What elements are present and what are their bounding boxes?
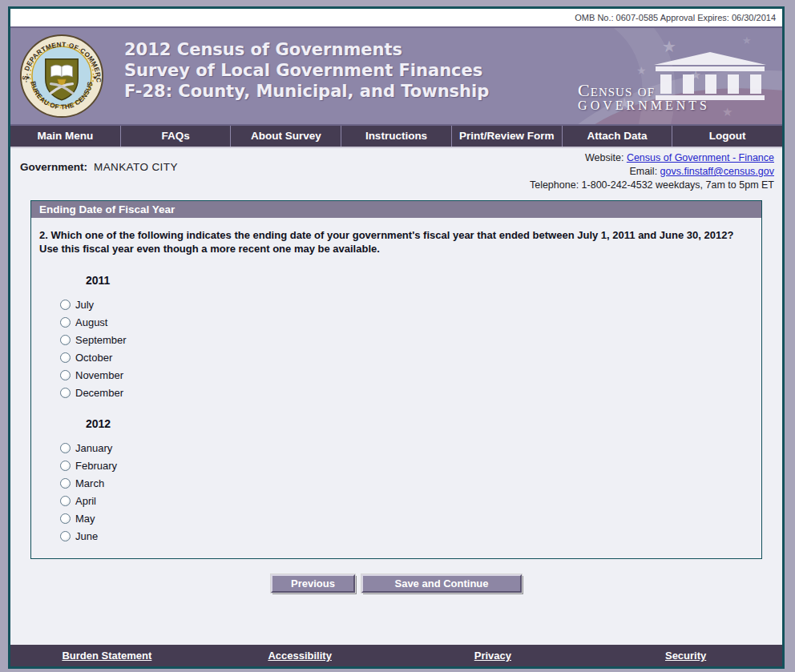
footer-link-privacy[interactable]: Privacy — [397, 650, 590, 662]
nav-item-print-review-form[interactable]: Print/Review Form — [452, 126, 563, 147]
header-titles: 2012 Census of Governments Survey of Loc… — [124, 39, 489, 102]
nav-item-logout[interactable]: Logout — [672, 126, 782, 147]
month-label: December — [75, 387, 123, 399]
month-label: April — [75, 495, 96, 507]
footer-bar: Burden StatementAccessibilityPrivacySecu… — [10, 645, 782, 666]
month-label: May — [75, 513, 95, 525]
previous-button[interactable]: Previous — [271, 574, 355, 593]
header-title-line1: 2012 Census of Governments — [124, 39, 489, 60]
month-option-march-2012[interactable]: March — [60, 477, 761, 489]
omb-text: OMB No.: 0607-0585 Approval Expires: 06/… — [575, 13, 776, 22]
svg-text:★: ★ — [93, 74, 98, 80]
month-label: February — [75, 460, 117, 472]
month-option-january-2012[interactable]: January — [60, 442, 761, 454]
month-groups: 2011JulyAugustSeptemberOctoberNovemberDe… — [31, 274, 761, 542]
month-list-2011: JulyAugustSeptemberOctoberNovemberDecemb… — [31, 299, 761, 399]
header-title-line2: Survey of Local Government Finances — [124, 60, 489, 81]
month-option-july-2011[interactable]: July — [60, 299, 761, 311]
year-heading-2012: 2012 — [86, 417, 761, 430]
radio-may-2012[interactable] — [60, 513, 71, 524]
content-box: Ending Date of Fiscal Year 2. Which one … — [30, 200, 762, 559]
radio-april-2012[interactable] — [60, 496, 71, 506]
month-label: July — [75, 299, 94, 311]
website-label: Website: — [585, 152, 627, 163]
month-label: March — [75, 477, 104, 489]
month-option-may-2012[interactable]: May — [60, 513, 761, 525]
month-option-april-2012[interactable]: April — [60, 495, 761, 507]
radio-january-2012[interactable] — [60, 443, 71, 453]
telephone-line: Telephone: 1-800-242-4532 weekdays, 7am … — [530, 179, 774, 192]
footer-link-accessibility[interactable]: Accessibility — [204, 650, 397, 662]
email-link[interactable]: govs.finstaff@census.gov — [660, 166, 774, 177]
month-option-august-2011[interactable]: August — [60, 316, 761, 328]
month-option-november-2011[interactable]: November — [60, 369, 761, 381]
footer-link-security[interactable]: Security — [589, 650, 782, 662]
website-line: Website: Census of Government - Finance — [530, 151, 774, 165]
month-option-october-2011[interactable]: October — [60, 352, 761, 364]
radio-march-2012[interactable] — [60, 478, 71, 489]
app-header: U.S. DEPARTMENT OF COMMERCE BUREAU OF TH… — [10, 26, 782, 126]
nav-item-faqs[interactable]: FAQs — [121, 126, 232, 147]
save-and-continue-button[interactable]: Save and Continue — [361, 574, 522, 593]
radio-february-2012[interactable] — [60, 461, 71, 471]
nav-item-attach-data[interactable]: Attach Data — [563, 126, 673, 147]
month-label: January — [75, 442, 112, 454]
year-heading-2011: 2011 — [86, 274, 761, 287]
radio-october-2011[interactable] — [60, 352, 71, 363]
email-line: Email: govs.finstaff@census.gov — [530, 165, 774, 179]
radio-june-2012[interactable] — [60, 531, 71, 541]
radio-september-2011[interactable] — [60, 335, 71, 345]
radio-december-2011[interactable] — [60, 388, 71, 398]
nav-item-main-menu[interactable]: Main Menu — [10, 126, 121, 147]
contact-info: Website: Census of Government - Finance … — [530, 151, 774, 192]
month-option-december-2011[interactable]: December — [60, 387, 761, 399]
nav-bar: Main MenuFAQsAbout SurveyInstructionsPri… — [10, 126, 782, 148]
government-label: Government: — [20, 161, 87, 173]
month-label: August — [75, 316, 107, 328]
month-label: June — [75, 530, 98, 542]
radio-july-2011[interactable] — [60, 300, 71, 310]
radio-august-2011[interactable] — [60, 317, 71, 328]
page-content: Government:MANKATO CITY Website: Census … — [10, 148, 782, 645]
header-right-panel: ★ ★ ★ ★ ★ ★ Census of Governments — [542, 28, 782, 124]
omb-bar: OMB No.: 0607-0585 Approval Expires: 06/… — [10, 9, 782, 26]
government-line: Government:MANKATO CITY — [20, 151, 178, 192]
question-text: 2. Which one of the following indicates … — [31, 218, 761, 256]
department-of-commerce-seal-icon: U.S. DEPARTMENT OF COMMERCE BUREAU OF TH… — [19, 34, 104, 119]
month-label: October — [75, 352, 112, 364]
census-of-governments-logo: Census of Governments — [578, 52, 771, 113]
month-list-2012: JanuaryFebruaryMarchAprilMayJune — [31, 442, 761, 542]
nav-item-instructions[interactable]: Instructions — [341, 126, 452, 147]
government-value: MANKATO CITY — [94, 161, 178, 173]
month-option-june-2012[interactable]: June — [60, 530, 761, 542]
nav-item-about-survey[interactable]: About Survey — [231, 126, 341, 147]
month-option-february-2012[interactable]: February — [60, 460, 761, 472]
button-row: Previous Save and Continue — [10, 574, 782, 593]
email-label: Email: — [629, 166, 660, 177]
svg-text:★: ★ — [26, 74, 30, 80]
header-title-line3: F-28: County, Municipal, and Township — [124, 81, 489, 102]
section-title-bar: Ending Date of Fiscal Year — [31, 201, 761, 218]
month-label: September — [75, 334, 127, 346]
info-row: Government:MANKATO CITY Website: Census … — [10, 148, 782, 192]
app-window: OMB No.: 0607-0585 Approval Expires: 06/… — [8, 6, 785, 669]
radio-november-2011[interactable] — [60, 370, 71, 380]
svg-text:★: ★ — [742, 34, 752, 46]
footer-link-burden-statement[interactable]: Burden Statement — [10, 650, 204, 662]
website-link[interactable]: Census of Government - Finance — [627, 152, 774, 163]
temple-columns-icon — [651, 52, 771, 102]
month-option-september-2011[interactable]: September — [60, 334, 761, 346]
month-label: November — [75, 369, 123, 381]
